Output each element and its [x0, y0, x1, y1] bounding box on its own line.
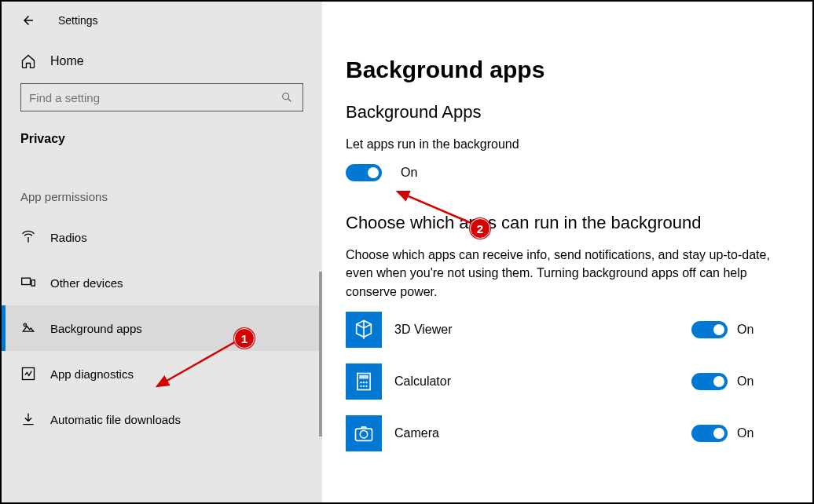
app-row-calculator: Calculator On	[346, 363, 794, 400]
diagnostics-icon	[20, 366, 36, 382]
sidebar-item-automatic-file-downloads[interactable]: Automatic file downloads	[2, 396, 322, 442]
app-row-camera: Camera On	[346, 415, 794, 451]
page-title: Background apps	[346, 57, 794, 83]
sidebar-item-other-devices[interactable]: Other devices	[2, 260, 322, 305]
sidebar-scrollbar[interactable]	[319, 272, 322, 436]
sidebar-item-home[interactable]: Home	[2, 39, 322, 83]
master-toggle[interactable]	[346, 164, 382, 181]
sidebar-item-label: Other devices	[50, 276, 123, 290]
sidebar-group-privacy: Privacy	[2, 124, 322, 163]
app-label: Camera	[394, 426, 679, 440]
svg-point-9	[363, 382, 365, 383]
section2-heading: Choose which apps can run in the backgro…	[346, 213, 794, 233]
app-toggle-3d-viewer[interactable]	[691, 321, 728, 338]
search-icon	[279, 89, 295, 105]
svg-point-12	[363, 385, 365, 386]
search-box[interactable]	[20, 83, 303, 111]
svg-rect-3	[31, 280, 35, 287]
section1-text: Let apps run in the background	[346, 135, 786, 153]
sidebar-item-background-apps[interactable]: Background apps	[2, 305, 322, 351]
back-arrow-icon	[21, 13, 35, 27]
sidebar-item-app-diagnostics[interactable]: App diagnostics	[2, 351, 322, 396]
main-content: Background apps Background Apps Let apps…	[322, 2, 812, 502]
cube-icon	[353, 319, 375, 341]
svg-line-1	[288, 99, 291, 101]
svg-point-15	[360, 430, 367, 437]
devices-icon	[20, 275, 36, 290]
settings-sidebar: Settings Home Privacy App permissions Ra…	[2, 2, 322, 502]
sidebar-item-radios[interactable]: Radios	[2, 214, 322, 260]
svg-point-11	[360, 385, 361, 386]
app-label: Calculator	[394, 374, 679, 389]
app-toggle-calculator[interactable]	[691, 373, 728, 390]
titlebar: Settings	[2, 2, 322, 39]
svg-point-13	[365, 385, 367, 386]
annotation-badge-2: 2	[470, 218, 490, 239]
svg-point-0	[283, 93, 289, 100]
app-tile-3d-viewer	[346, 312, 382, 348]
sidebar-item-label: Automatic file downloads	[50, 413, 181, 426]
search-input[interactable]	[29, 91, 279, 104]
camera-icon	[353, 422, 375, 444]
section1-heading: Background Apps	[346, 102, 794, 122]
sidebar-item-label: Background apps	[50, 322, 142, 335]
radios-icon	[20, 229, 36, 245]
back-button[interactable]	[20, 13, 36, 28]
app-tile-camera	[346, 415, 382, 451]
master-toggle-row: On	[346, 164, 794, 181]
calculator-icon	[353, 371, 375, 393]
app-toggle-state: On	[737, 426, 754, 440]
sidebar-item-label: Radios	[50, 231, 87, 244]
svg-point-10	[365, 382, 367, 383]
home-icon	[20, 53, 36, 69]
section2-text: Choose which apps can receive info, send…	[346, 246, 786, 301]
app-tile-calculator	[346, 363, 382, 400]
app-title: Settings	[58, 14, 98, 27]
svg-rect-2	[22, 278, 31, 284]
svg-point-8	[360, 382, 361, 383]
annotation-badge-1: 1	[234, 328, 255, 349]
search-container	[2, 83, 322, 124]
app-label: 3D Viewer	[394, 323, 679, 337]
svg-point-4	[24, 323, 26, 326]
sidebar-group-app-permissions: App permissions	[2, 163, 322, 214]
app-toggle-state: On	[737, 374, 754, 389]
downloads-icon	[20, 411, 36, 427]
app-toggle-camera[interactable]	[691, 425, 728, 442]
sidebar-item-label: App diagnostics	[50, 367, 134, 381]
master-toggle-state: On	[401, 166, 417, 180]
home-label: Home	[50, 54, 84, 68]
svg-rect-7	[359, 375, 368, 379]
app-toggle-state: On	[737, 323, 754, 337]
app-row-3d-viewer: 3D Viewer On	[346, 312, 794, 348]
background-apps-icon	[20, 320, 36, 336]
